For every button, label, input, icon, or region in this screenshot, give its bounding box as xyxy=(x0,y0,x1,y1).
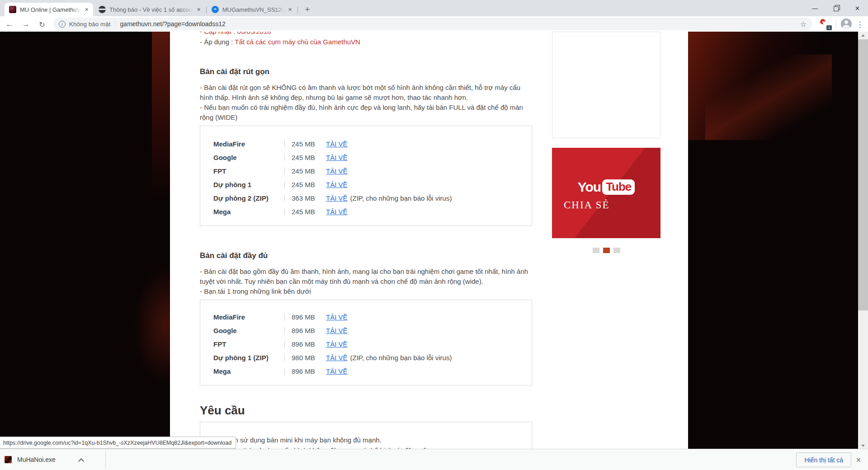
carousel-dot[interactable] xyxy=(603,248,610,253)
download-link[interactable]: TẢI VỀ xyxy=(326,340,348,348)
download-row: Mega 245 MB TẢI VỀ xyxy=(200,205,532,218)
download-size: 245 MB xyxy=(292,154,320,161)
mini-section-heading: Bản cài đặt rút gọn xyxy=(200,67,532,76)
download-source-name: Mega xyxy=(213,367,284,375)
download-source-name: MediaFire xyxy=(213,140,284,148)
right-sidebar: You Tube CHIA SẺ xyxy=(552,32,660,138)
minimize-button[interactable]: — xyxy=(804,0,826,16)
close-shelf-icon[interactable]: ✕ xyxy=(854,455,863,465)
page-scrollbar[interactable] xyxy=(858,32,868,449)
download-row: FPT 896 MB TẢI VỀ xyxy=(200,337,532,351)
notice-favicon xyxy=(99,6,106,13)
download-row: MediaFire 896 MB TẢI VỀ xyxy=(200,310,532,324)
tab-mu-online[interactable]: MU Online | GamethuVN.net - Se ✕ xyxy=(5,3,93,16)
mini-download-table: MediaFire 245 MB TẢI VỀ Google 245 MB TẢ… xyxy=(200,126,532,226)
tab-thong-bao[interactable]: Thông báo - Về việc 1 số accoun ✕ xyxy=(94,3,205,16)
article-column: - Cập nhật : 06/05/2018 - Áp dụng : Tất … xyxy=(200,32,532,449)
requirements-box: Bạn nên sử dụng bản mini khi máy bạn khô… xyxy=(200,422,532,449)
download-size: 980 MB xyxy=(292,354,320,362)
show-all-downloads-button[interactable]: Hiển thị tất cả xyxy=(796,452,851,467)
hovered-link-url: https://drive.google.com/uc?id=1qXu-b1Sh… xyxy=(3,440,231,446)
download-source-name: Dự phòng 2 (ZIP) xyxy=(213,194,284,202)
apply-label: - Áp dụng : xyxy=(200,38,233,46)
omnibox-separator xyxy=(115,20,116,28)
download-link[interactable]: TẢI VỀ xyxy=(326,154,348,161)
update-date-line: - Cập nhật : 06/05/2018 xyxy=(200,32,532,36)
address-bar[interactable]: i Không bảo mật gamethuvn.net/?page=down… xyxy=(53,18,812,30)
menu-kebab-icon[interactable]: ⋮ xyxy=(854,19,865,30)
shelf-item-separator xyxy=(105,451,106,468)
carousel-dot[interactable] xyxy=(593,248,599,253)
download-size: 896 MB xyxy=(292,313,320,321)
scrollbar-down-arrow[interactable] xyxy=(858,442,868,449)
download-source-name: Dự phòng 1 xyxy=(213,181,284,188)
scrollbar-thumb[interactable] xyxy=(858,39,868,310)
row-separator xyxy=(284,327,285,334)
download-size: 896 MB xyxy=(292,367,320,375)
row-separator xyxy=(284,195,285,202)
youtube-share-banner[interactable]: You Tube CHIA SẺ xyxy=(552,148,660,238)
requirements-heading: Yêu cầu xyxy=(200,404,532,417)
download-row: Dự phòng 2 (ZIP) 363 MB TẢI VỀ (ZIP, cho… xyxy=(200,191,532,205)
download-size: 245 MB xyxy=(292,208,320,216)
full-desc-2: - Bạn tải 1 trong những link bên dưới xyxy=(200,287,532,296)
mini-desc-1: - Bản cài đặt rút gọn sẽ KHÔNG có âm tha… xyxy=(200,83,532,103)
idm-ring-icon xyxy=(819,18,827,26)
background-glow-left xyxy=(134,267,170,384)
new-tab-button[interactable]: + xyxy=(301,3,314,16)
download-link[interactable]: TẢI VỀ xyxy=(326,194,348,202)
full-section-heading: Bản cài đặt đầy đủ xyxy=(200,251,532,260)
download-link[interactable]: TẢI VỀ xyxy=(326,167,348,175)
mediafire-favicon xyxy=(212,6,219,13)
restore-icon xyxy=(834,6,839,10)
tab-close-icon[interactable]: ✕ xyxy=(83,6,90,14)
security-label: Không bảo mật xyxy=(69,21,111,28)
tab-close-icon[interactable]: ✕ xyxy=(286,6,294,14)
row-separator xyxy=(284,314,285,320)
row-separator xyxy=(284,168,285,174)
download-link[interactable]: TẢI VỀ xyxy=(326,181,348,188)
download-item-muhanoi[interactable]: MuHaNoi.exe xyxy=(5,452,83,467)
full-desc-1: - Bản cài đặt bao gồm đầy đủ âm thanh, h… xyxy=(200,267,532,287)
row-separator xyxy=(284,368,285,375)
tab-title: MU Online | GamethuVN.net - Se xyxy=(20,6,81,13)
download-link[interactable]: TẢI VỀ xyxy=(326,208,348,216)
download-source-name: Google xyxy=(213,154,284,161)
exe-file-icon xyxy=(5,456,12,463)
browser-window: MU Online | GamethuVN.net - Se ✕ Thông b… xyxy=(0,0,868,470)
bookmark-star-icon[interactable]: ☆ xyxy=(800,20,807,28)
download-link[interactable]: TẢI VỀ xyxy=(326,313,348,321)
row-separator xyxy=(284,141,285,147)
tab-close-icon[interactable]: ✕ xyxy=(195,6,203,14)
ad-placeholder xyxy=(552,32,660,138)
youtube-logo-you: You xyxy=(578,179,601,195)
profile-avatar[interactable] xyxy=(841,19,852,29)
forward-button[interactable]: → xyxy=(20,19,32,30)
carousel-dot[interactable] xyxy=(613,248,620,253)
download-row: Dự phòng 1 245 MB TẢI VỀ xyxy=(200,178,532,191)
tab-separator xyxy=(297,7,298,14)
back-button[interactable]: ← xyxy=(4,19,15,30)
scrollbar-up-arrow[interactable] xyxy=(858,32,868,39)
download-size: 363 MB xyxy=(292,194,320,202)
close-window-button[interactable]: ✕ xyxy=(847,0,868,16)
tab-mugamethuvn-file[interactable]: MUGamethuVN_SS12v32_Full ✕ xyxy=(207,3,297,16)
requirement-line: Bạn nên sử dụng bản mini khi máy bạn khô… xyxy=(213,435,532,445)
download-link[interactable]: TẢI VỀ xyxy=(326,327,348,334)
download-file-name: MuHaNoi.exe xyxy=(17,456,56,463)
mini-desc-2: - Nếu bạn muốn có trải nghiệm đầy đủ, hì… xyxy=(200,103,532,122)
download-source-name: Dự phòng 1 (ZIP) xyxy=(213,354,284,362)
download-link[interactable]: TẢI VỀ xyxy=(326,354,348,362)
download-link[interactable]: TẢI VỀ xyxy=(326,140,348,148)
download-row: Google 245 MB TẢI VỀ xyxy=(200,150,532,164)
idm-extension-icon[interactable]: 1 xyxy=(820,19,831,30)
page-info-icon[interactable]: i xyxy=(59,21,66,28)
youtube-logo: You Tube xyxy=(552,179,660,195)
download-row: MediaFire 245 MB TẢI VỀ xyxy=(200,137,532,150)
reload-button[interactable]: ↻ xyxy=(36,19,48,30)
chevron-up-icon[interactable] xyxy=(78,458,84,464)
download-link[interactable]: TẢI VỀ xyxy=(326,367,348,375)
restore-button[interactable] xyxy=(826,0,847,16)
download-size: 245 MB xyxy=(292,140,320,148)
row-separator xyxy=(284,154,285,161)
